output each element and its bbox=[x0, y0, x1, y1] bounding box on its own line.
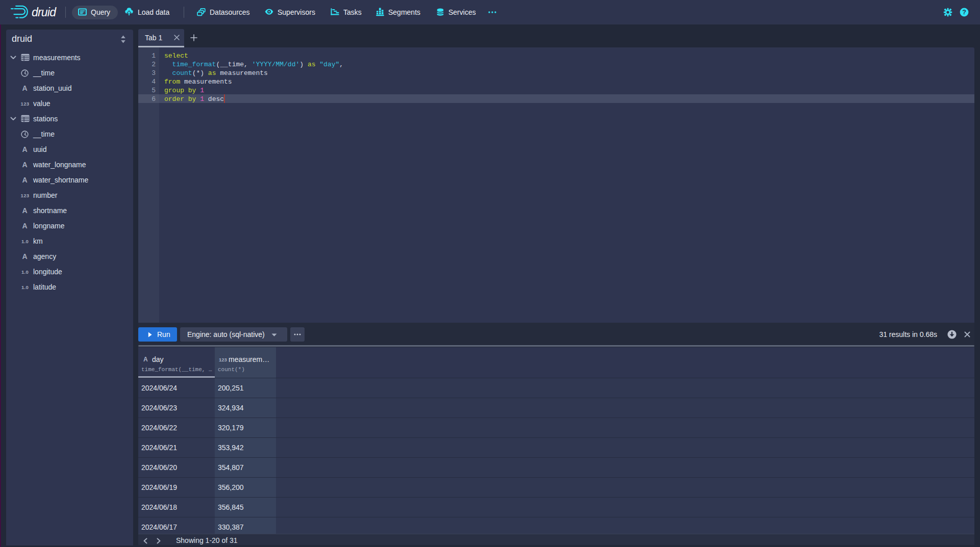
svg-text:?: ? bbox=[962, 9, 966, 16]
